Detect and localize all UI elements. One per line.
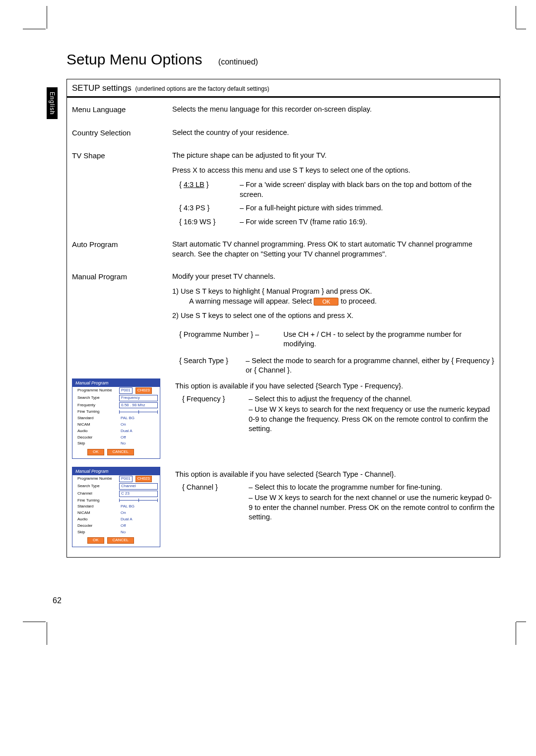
osd-cancel-button[interactable]: CANCEL: [107, 537, 134, 544]
page-title-sub: (continued): [206, 58, 258, 66]
channel-note: This option is available if you have sel…: [175, 470, 495, 480]
row-auto-program: Auto Program Start automatic TV channel …: [72, 240, 495, 259]
row-manual-program: Manual Program Modify your preset TV cha…: [72, 272, 495, 376]
label-manual-program: Manual Program: [72, 272, 166, 282]
opt-desc-search-type: Select the mode to search for a programm…: [246, 357, 494, 375]
osd-row: NICAMOn: [72, 510, 160, 516]
desc-menu-language: Selects the menu language for this recor…: [172, 105, 495, 115]
frequency-note: This option is available if you have sel…: [175, 381, 495, 391]
osd-row: DecoderOff: [72, 523, 160, 529]
row-tv-shape: TV Shape The picture shape can be adjust…: [72, 151, 495, 227]
manual-program-step1: 1) Use S T keys to highlight { Manual Pr…: [172, 287, 495, 306]
opt-key-ws: 16:9 WS: [184, 218, 211, 226]
label-menu-language: Menu Language: [72, 105, 166, 115]
opt-desc-lb: For a 'wide screen' display with black b…: [240, 180, 495, 199]
tv-shape-opt-lb: 4:3 LB For a 'wide screen' display with …: [172, 180, 495, 199]
channel-d1: Select this to locate the programme numb…: [249, 483, 442, 491]
opt-key-frequency: { Frequency }: [175, 394, 244, 435]
osd-manual-program-channel: Manual Program Programme NumbeP001CH023S…: [72, 467, 160, 547]
label-auto-program: Auto Program: [72, 240, 166, 250]
row-country-selection: Country Selection Select the country of …: [72, 128, 495, 138]
osd-row: DecoderOff: [72, 435, 160, 441]
desc-auto-program: Start automatic TV channel programming. …: [172, 240, 495, 259]
osd-row: AudioDual A: [72, 516, 160, 523]
osd-row: Fine Turning: [72, 409, 160, 415]
osd-title-chan: Manual Program: [72, 467, 160, 475]
osd-row: ChannelC 23: [72, 490, 160, 498]
language-tab: English: [47, 87, 58, 119]
opt-desc-ws: For wide screen TV (frame ratio 16:9).: [240, 217, 367, 227]
page-title: Setup Menu Options (continued): [67, 50, 500, 70]
panel-header-note: (underlined options are the factory defa…: [135, 85, 269, 92]
tv-shape-opt-ps: 4:3 PS For a full-height picture with si…: [172, 203, 495, 213]
channel-d2: Use W X keys to search for the next chan…: [249, 494, 495, 521]
osd-row: SkipNo: [72, 441, 160, 447]
osd-row: Frequenty0.58 . 98 Mhz: [72, 402, 160, 409]
osd-title-freq: Manual Program: [72, 379, 160, 387]
panel-header: SETUP settings (underlined options are t…: [67, 79, 500, 98]
osd-row: Fine Turning: [72, 498, 160, 504]
opt-key-search-type: { Search Type }: [172, 356, 241, 376]
opt-key-ps: 4:3 PS: [184, 204, 205, 212]
osd-row: NICAMOn: [72, 422, 160, 428]
opt-key-channel: { Channel }: [175, 483, 244, 523]
osd-row: Search TypeChannel: [72, 483, 160, 490]
manual-program-step2: 2) Use S T keys to select one of the opt…: [172, 311, 495, 321]
osd-row: Programme NumbeP001CH023: [72, 387, 160, 394]
ok-button-inline[interactable]: OK: [314, 298, 338, 306]
row-menu-language: Menu Language Selects the menu language …: [72, 105, 495, 115]
osd-row: StandardPAL BG: [72, 415, 160, 422]
page-number: 62: [53, 595, 62, 606]
osd-ok-button[interactable]: OK: [87, 537, 104, 544]
opt-programme-number: { Programme Number } – Use CH + / CH - t…: [172, 330, 495, 349]
osd-row: StandardPAL BG: [72, 504, 160, 510]
osd-row: AudioDual A: [72, 428, 160, 435]
panel-header-main: SETUP settings: [72, 83, 132, 93]
opt-key-prog-num: { Programme Number } –: [172, 330, 278, 349]
opt-desc-ps: For a full-height picture with sides tri…: [240, 203, 383, 213]
tv-shape-desc2: Press X to access this menu and use S T …: [172, 166, 495, 176]
frequency-d1: Select this to adjust the frequency of t…: [249, 395, 412, 403]
tv-shape-desc1: The picture shape can be adjusted to fit…: [172, 151, 495, 161]
setup-settings-panel: SETUP settings (underlined options are t…: [67, 79, 500, 558]
page-title-main: Setup Menu Options: [67, 51, 202, 67]
opt-desc-prog-num: Use CH + / CH - to select by the program…: [283, 330, 495, 349]
manual-program-intro: Modify your preset TV channels.: [172, 272, 495, 282]
osd-manual-program-frequency: Manual Program Programme NumbeP001CH023S…: [72, 378, 160, 459]
opt-key-lb: 4:3 LB: [184, 181, 204, 189]
label-tv-shape: TV Shape: [72, 151, 166, 161]
osd-row: SkipNo: [72, 529, 160, 536]
tv-shape-opt-ws: 16:9 WS For wide screen TV (frame ratio …: [172, 217, 495, 227]
label-country-selection: Country Selection: [72, 128, 166, 138]
osd-row: Search TypeFrequency: [72, 394, 160, 402]
opt-search-type: { Search Type } Select the mode to searc…: [172, 356, 495, 376]
desc-country-selection: Select the country of your residence.: [172, 128, 495, 138]
osd-cancel-button[interactable]: CANCEL: [107, 449, 134, 455]
osd-ok-button[interactable]: OK: [87, 449, 104, 455]
frequency-d2: Use W X keys to search for the next freq…: [249, 405, 490, 433]
osd-row: Programme NumbeP001CH023: [72, 475, 160, 483]
